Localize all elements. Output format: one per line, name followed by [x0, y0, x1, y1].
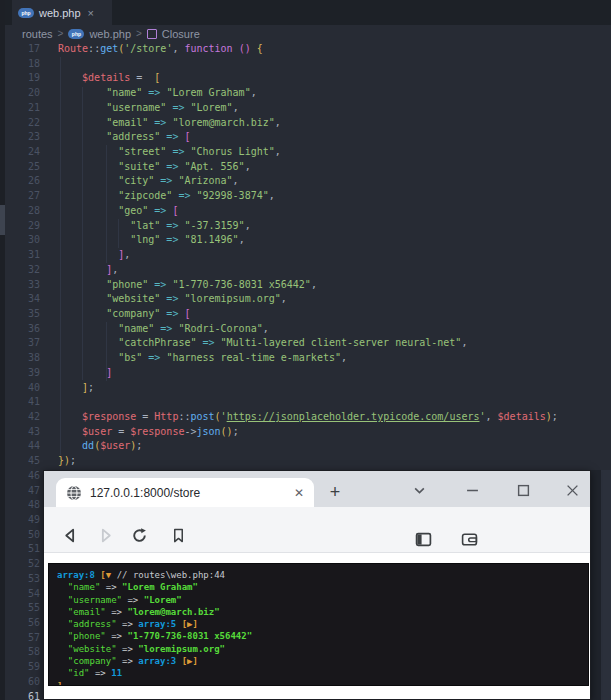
line-number: 17 — [0, 42, 40, 57]
code-line[interactable]: 27"zipcode" => "92998-3874", — [0, 189, 611, 204]
code-line[interactable]: 43$user = $response->json(); — [0, 425, 611, 440]
code-line[interactable]: 32], — [0, 263, 611, 278]
dump-line: "name" => "Lorem Graham" — [57, 581, 580, 593]
code-text: ] — [58, 366, 112, 381]
code-line[interactable]: 23"address" => [ — [0, 130, 611, 145]
line-number: 51 — [0, 542, 40, 557]
breadcrumb: routes > php web.php > Closure — [5, 25, 611, 42]
code-line[interactable]: 40]; — [0, 381, 611, 396]
code-line[interactable]: 18 — [0, 57, 611, 72]
editor-tab-webphp[interactable]: php web.php × — [12, 0, 112, 25]
line-number: 35 — [0, 307, 40, 322]
code-line[interactable]: 28"geo" => [ — [0, 204, 611, 219]
code-line[interactable]: 44dd($user); — [0, 439, 611, 454]
code-line[interactable]: 37"catchPhrase" => "Multi-layered client… — [0, 336, 611, 351]
dump-toggle-icon[interactable]: [▶] — [182, 656, 198, 666]
code-line[interactable]: 45}); — [0, 454, 611, 469]
breadcrumb-routes[interactable]: routes — [22, 28, 53, 40]
dump-toggle-icon[interactable]: [▼ — [100, 570, 111, 580]
maximize-button[interactable] — [508, 481, 538, 499]
dump-line: "company" => array:3 [▶] — [57, 655, 580, 667]
code-text: ]; — [58, 381, 94, 396]
bookmark-icon[interactable] — [164, 521, 192, 549]
code-line[interactable]: 34"website" => "loremipsum.org", — [0, 292, 611, 307]
code-line[interactable]: 29"lat" => "-37.3159", — [0, 219, 611, 234]
code-line[interactable]: 38"bs" => "harness real-time e-markets", — [0, 351, 611, 366]
breadcrumb-webphp[interactable]: web.php — [89, 28, 131, 40]
close-window-button[interactable] — [557, 481, 587, 499]
dump-line: ] — [57, 680, 580, 686]
back-button[interactable] — [56, 521, 84, 549]
tab-search-chevron-icon[interactable] — [404, 481, 434, 499]
code-text: "address" => [ — [58, 130, 190, 145]
code-line[interactable]: 25"suite" => "Apt. 556", — [0, 160, 611, 175]
editor-scrollbar[interactable] — [601, 470, 611, 700]
code-line[interactable]: 39] — [0, 366, 611, 381]
line-number: 42 — [0, 410, 40, 425]
code-line[interactable]: 35"company" => [ — [0, 307, 611, 322]
code-line[interactable]: 22"email" => "lorem@march.biz", — [0, 116, 611, 131]
new-tab-button[interactable]: + — [322, 479, 348, 505]
line-number: 41 — [0, 395, 40, 410]
line-number: 20 — [0, 86, 40, 101]
breadcrumb-closure[interactable]: Closure — [162, 28, 200, 40]
code-line[interactable]: 17Route::get('/store', function () { — [0, 42, 611, 57]
line-number: 56 — [0, 616, 40, 631]
code-line[interactable]: 36"name" => "Rodri-Corona", — [0, 322, 611, 337]
editor-background-strip — [591, 470, 601, 700]
line-number: 57 — [0, 631, 40, 646]
indent-guide — [106, 145, 107, 263]
line-number: 23 — [0, 130, 40, 145]
line-number: 21 — [0, 101, 40, 116]
line-number: 61 — [0, 690, 40, 700]
line-number: 46 — [0, 469, 40, 484]
code-text: "geo" => [ — [58, 204, 178, 219]
close-tab-icon[interactable]: × — [88, 7, 94, 19]
code-text: "lat" => "-37.3159", — [58, 219, 251, 234]
code-text: Route::get('/store', function () { — [58, 42, 263, 57]
code-text: "bs" => "harness real-time e-markets", — [58, 351, 347, 366]
minimize-button[interactable] — [457, 481, 487, 499]
line-number: 40 — [0, 381, 40, 396]
reload-button[interactable] — [125, 521, 153, 549]
indent-guide — [82, 87, 83, 380]
dump-line: array:8 [▼ // routes\web.php:44 — [57, 569, 580, 581]
scrollbar-thumb[interactable] — [0, 205, 5, 235]
line-number: 22 — [0, 116, 40, 131]
code-text: ], — [58, 263, 118, 278]
code-text: dd($user); — [58, 439, 142, 454]
php-file-icon: php — [68, 29, 84, 39]
sidebar-toggle-icon[interactable] — [409, 525, 437, 553]
forward-button[interactable] — [91, 521, 119, 549]
line-number: 49 — [0, 513, 40, 528]
dump-toggle-icon[interactable]: [▶] — [182, 619, 198, 629]
line-number: 31 — [0, 248, 40, 263]
line-number: 48 — [0, 498, 40, 513]
browser-toolbar: VPN — [44, 507, 590, 553]
line-number: 60 — [0, 675, 40, 690]
code-text: "suite" => "Apt. 556", — [58, 160, 251, 175]
code-text: "name" => "Rodri-Corona", — [58, 322, 269, 337]
code-line[interactable]: 20"name" => "Lorem Graham", — [0, 86, 611, 101]
code-line[interactable]: 41 — [0, 395, 611, 410]
code-text: ], — [58, 248, 130, 263]
code-line[interactable]: 19$details = [ — [0, 71, 611, 86]
code-text: "website" => "loremipsum.org", — [58, 292, 287, 307]
dump-toggle-icon[interactable]: ] — [57, 681, 62, 686]
code-line[interactable]: 30"lng" => "81.1496", — [0, 233, 611, 248]
line-number: 53 — [0, 572, 40, 587]
code-line[interactable]: 31], — [0, 248, 611, 263]
code-line[interactable]: 24"street" => "Chorus Light", — [0, 145, 611, 160]
code-line[interactable]: 21"username" => "Lorem", — [0, 101, 611, 116]
code-line[interactable]: 42$response = Http::post('https://jsonpl… — [0, 410, 611, 425]
close-tab-icon[interactable]: ✕ — [294, 486, 304, 500]
browser-tab[interactable]: 127.0.0.1:8000/store ✕ — [56, 478, 314, 507]
code-text: "city" => "Arizona", — [58, 174, 239, 189]
editor-tab-title: web.php — [39, 7, 81, 19]
line-number: 33 — [0, 278, 40, 293]
editor-left-gutter-strip — [0, 0, 5, 700]
code-line[interactable]: 26"city" => "Arizona", — [0, 174, 611, 189]
wallet-icon[interactable] — [455, 525, 483, 553]
dump-line: "address" => array:5 [▶] — [57, 618, 580, 630]
code-line[interactable]: 33"phone" => "1-770-736-8031 x56442", — [0, 278, 611, 293]
